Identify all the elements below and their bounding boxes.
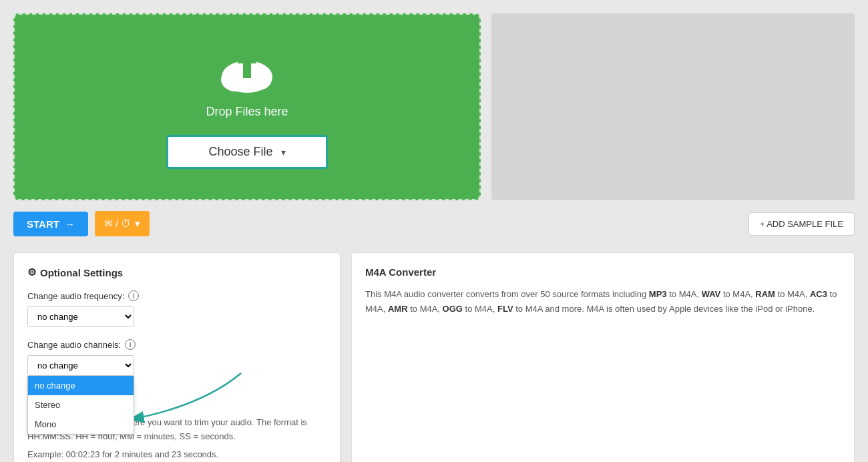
choose-file-label: Choose File bbox=[208, 145, 272, 159]
ram-text: RAM bbox=[755, 289, 775, 299]
channels-option-mono[interactable]: Mono bbox=[28, 415, 134, 434]
frequency-select[interactable]: no change 8000 Hz 11025 Hz 22050 Hz 4410… bbox=[27, 306, 134, 327]
frequency-group: Change audio frequency: i no change 8000… bbox=[27, 290, 327, 327]
example-text: Example: 00:02:23 for 2 minutes and 23 s… bbox=[27, 449, 327, 459]
start-arrow-icon: → bbox=[65, 218, 75, 230]
svg-marker-4 bbox=[237, 48, 257, 63]
drop-files-text: Drop Files here bbox=[206, 105, 288, 119]
channels-dropdown-options: no change Stereo Mono bbox=[27, 376, 134, 435]
flv-text: FLV bbox=[497, 304, 513, 314]
add-sample-label: + ADD SAMPLE FILE bbox=[760, 219, 843, 229]
drop-zone[interactable]: Drop Files here Choose File ▾ bbox=[13, 13, 481, 200]
upload-cloud-icon bbox=[217, 45, 277, 97]
channels-group: Change audio channels: i no change Stere… bbox=[27, 339, 327, 376]
channels-label: Change audio channels: i bbox=[27, 339, 327, 350]
channels-option-stereo[interactable]: Stereo bbox=[28, 395, 134, 415]
wav-text: WAV bbox=[702, 289, 721, 299]
info-panel: M4A Converter This M4A audio converter c… bbox=[351, 252, 855, 462]
preview-panel bbox=[491, 13, 855, 200]
channels-select[interactable]: no change Stereo Mono bbox=[27, 355, 134, 376]
channels-option-nochange[interactable]: no change bbox=[28, 376, 134, 395]
email-timer-icon: ✉ / ⏱ bbox=[104, 218, 132, 230]
settings-title: ⚙ Optional Settings bbox=[27, 266, 327, 278]
info-title: M4A Converter bbox=[365, 266, 841, 278]
chevron-down-icon: ▾ bbox=[281, 147, 286, 158]
add-sample-button[interactable]: + ADD SAMPLE FILE bbox=[748, 212, 855, 236]
options-chevron-icon: ▾ bbox=[135, 218, 140, 230]
options-button[interactable]: ✉ / ⏱ ▾ bbox=[95, 211, 150, 236]
info-description: This M4A audio converter converts from o… bbox=[365, 287, 841, 316]
ac3-text: AC3 bbox=[810, 289, 827, 299]
amr-text: AMR bbox=[388, 304, 408, 314]
action-bar: START → ✉ / ⏱ ▾ + ADD SAMPLE FILE bbox=[13, 211, 855, 236]
frequency-info-icon[interactable]: i bbox=[128, 290, 139, 301]
channels-dropdown-wrapper: no change Stereo Mono no change Stereo M… bbox=[27, 355, 134, 376]
optional-settings-panel: ⚙ Optional Settings Change audio frequen… bbox=[13, 252, 341, 462]
start-label: START bbox=[27, 218, 59, 230]
channels-info-icon[interactable]: i bbox=[125, 339, 136, 350]
mp3-text: MP3 bbox=[649, 289, 667, 299]
start-button[interactable]: START → bbox=[13, 212, 88, 236]
ogg-text: OGG bbox=[443, 304, 463, 314]
gear-icon: ⚙ bbox=[27, 266, 36, 278]
choose-file-button[interactable]: Choose File ▾ bbox=[166, 135, 327, 169]
frequency-label: Change audio frequency: i bbox=[27, 290, 327, 301]
